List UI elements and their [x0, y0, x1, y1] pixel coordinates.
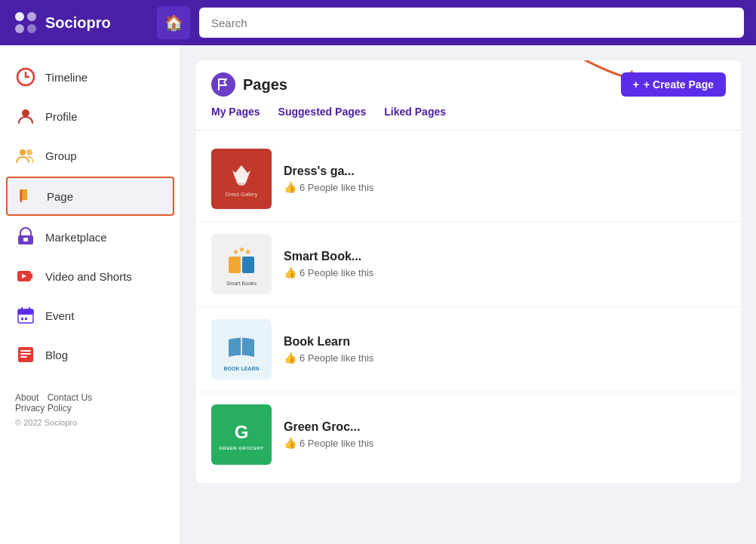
contact-link[interactable]: Contact Us	[48, 392, 92, 403]
sidebar-item-timeline-label: Timeline	[45, 71, 88, 84]
sidebar-footer: About Contact Us Privacy Policy © 2022 S…	[0, 380, 180, 439]
page-thumbnail: G GREEN GROCERY	[211, 404, 272, 465]
svg-point-29	[237, 180, 246, 186]
likes-text: 6 People like this	[300, 182, 373, 193]
svg-point-9	[26, 149, 32, 155]
thumbsup-icon: 👍	[284, 181, 297, 193]
sidebar-item-profile-label: Profile	[45, 110, 78, 123]
pages-title-area: Pages	[211, 72, 287, 97]
green-label: GREEN GROCERY	[219, 446, 264, 450]
svg-point-3	[27, 24, 36, 33]
home-icon: 🏠	[164, 14, 183, 32]
sidebar-item-page-label: Page	[47, 190, 73, 203]
privacy-link[interactable]: Privacy Policy	[15, 403, 72, 413]
pages-header-right: + + Create Page	[621, 72, 726, 97]
marketplace-icon	[15, 226, 36, 247]
booklearn-label: BOOK LEARN	[223, 366, 259, 371]
create-page-label: + Create Page	[644, 78, 714, 91]
tab-liked-pages[interactable]: Liked Pages	[384, 106, 446, 121]
page-name: Green Groc...	[284, 420, 726, 434]
thumbsup-icon: 👍	[284, 266, 297, 278]
sidebar-item-blog-label: Blog	[45, 349, 68, 361]
about-link[interactable]: About	[15, 392, 38, 403]
main-content: Pages + + Create Page My Pages	[181, 45, 756, 544]
svg-rect-14	[23, 238, 28, 241]
sidebar-item-group-label: Group	[45, 149, 77, 162]
dress-label: Dress Gallery	[226, 192, 257, 197]
copyright-text: © 2022 Sociopro	[15, 418, 165, 427]
svg-point-8	[20, 149, 26, 155]
svg-point-2	[15, 24, 24, 33]
svg-rect-23	[25, 318, 27, 320]
page-item: BOOK LEARN Book Learn 👍 6 People like th…	[196, 307, 741, 392]
home-button[interactable]: 🏠	[157, 6, 190, 39]
page-thumbnail: BOOK LEARN	[211, 319, 272, 380]
svg-point-0	[15, 12, 24, 21]
sidebar-item-page[interactable]: Page	[6, 177, 174, 216]
page-item: Dress Gallery Dress's ga... 👍 6 People l…	[196, 137, 741, 222]
sidebar-item-video-label: Video and Shorts	[45, 270, 132, 283]
svg-rect-22	[21, 318, 23, 320]
svg-text:G: G	[235, 422, 249, 442]
page-likes: 👍 6 People like this	[284, 437, 726, 449]
profile-icon	[15, 106, 36, 127]
thumbsup-icon: 👍	[284, 437, 297, 449]
svg-rect-30	[229, 257, 241, 273]
svg-rect-31	[242, 257, 254, 273]
page-info: Dress's ga... 👍 6 People like this	[284, 164, 726, 193]
smartbook-logo-icon: ★ ★ ★	[223, 243, 260, 281]
green-logo-icon: G	[228, 419, 255, 446]
video-icon	[15, 266, 36, 287]
thumbsup-icon: 👍	[284, 352, 297, 364]
timeline-icon	[15, 66, 36, 88]
sidebar-item-video[interactable]: Video and Shorts	[0, 257, 180, 296]
pages-card: Pages + + Create Page My Pages	[196, 60, 741, 483]
page-info: Smart Book... 👍 6 People like this	[284, 250, 726, 278]
event-icon	[15, 305, 36, 326]
sidebar-item-event-label: Event	[45, 309, 74, 322]
page-list: Dress Gallery Dress's ga... 👍 6 People l…	[196, 131, 741, 483]
tab-suggested-pages[interactable]: Suggested Pages	[278, 106, 367, 121]
page-info: Green Groc... 👍 6 People like this	[284, 420, 726, 449]
page-likes: 👍 6 People like this	[284, 181, 726, 193]
svg-point-7	[22, 109, 29, 117]
dress-logo-icon	[226, 161, 257, 192]
group-icon	[15, 145, 36, 166]
page-likes: 👍 6 People like this	[284, 266, 726, 278]
page-info: Book Learn 👍 6 People like this	[284, 335, 726, 364]
sidebar-item-group[interactable]: Group	[0, 136, 180, 175]
sidebar-item-event[interactable]: Event	[0, 296, 180, 335]
sidebar-item-timeline[interactable]: Timeline	[0, 57, 180, 97]
blog-icon	[15, 344, 36, 365]
likes-text: 6 People like this	[300, 438, 373, 449]
page-name: Dress's ga...	[284, 164, 726, 178]
page-name: Smart Book...	[284, 250, 726, 263]
main-layout: Timeline Profile Group Page	[0, 45, 756, 544]
page-likes: 👍 6 People like this	[284, 352, 726, 364]
booklearn-logo-icon	[223, 328, 260, 366]
pages-header: Pages + + Create Page	[196, 60, 741, 97]
create-page-button[interactable]: + + Create Page	[621, 72, 726, 97]
page-icon	[17, 186, 38, 207]
page-name: Book Learn	[284, 335, 726, 349]
app-header: Sociopro 🏠	[0, 0, 756, 45]
smartbook-label: Smart Books	[226, 281, 257, 286]
sidebar: Timeline Profile Group Page	[0, 45, 181, 544]
sidebar-item-profile[interactable]: Profile	[0, 97, 180, 136]
logo-text: Sociopro	[45, 14, 111, 32]
sidebar-item-marketplace-label: Marketplace	[45, 231, 107, 244]
page-thumbnail: Dress Gallery	[211, 149, 272, 209]
svg-point-1	[27, 12, 36, 21]
page-thumbnail: ★ ★ ★ Smart Books	[211, 234, 272, 294]
svg-text:★: ★	[244, 247, 251, 256]
pages-flag-icon	[211, 72, 235, 97]
pages-tabs: My Pages Suggested Pages Liked Pages	[196, 97, 741, 131]
pages-title: Pages	[243, 76, 287, 94]
search-input[interactable]	[199, 8, 744, 38]
logo: Sociopro	[12, 9, 148, 36]
tab-my-pages[interactable]: My Pages	[211, 106, 260, 121]
sidebar-item-blog[interactable]: Blog	[0, 335, 180, 374]
logo-icon	[12, 9, 39, 36]
sidebar-item-marketplace[interactable]: Marketplace	[0, 217, 180, 257]
likes-text: 6 People like this	[300, 352, 373, 364]
